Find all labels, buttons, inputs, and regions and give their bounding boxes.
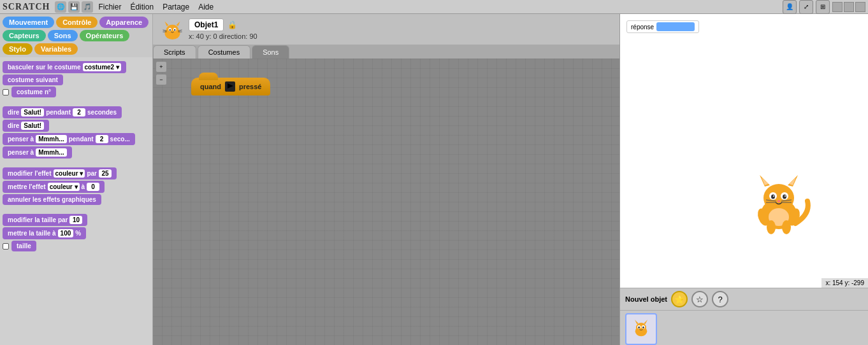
sprite-item-objet1[interactable]: Objet1 (625, 313, 657, 345)
block-basculer[interactable]: basculer sur le costume costume2 ▾ (3, 61, 126, 73)
cat-mini-svg (158, 17, 187, 45)
svg-point-6 (170, 29, 171, 31)
tab-stylo[interactable]: Stylo (3, 43, 33, 55)
block-row: dire Salut! (3, 120, 150, 132)
globe-icon[interactable]: 🌐 (55, 1, 66, 13)
cat-stage (741, 166, 817, 250)
menu-edition[interactable]: Édition (130, 3, 154, 11)
tab-costumes[interactable]: Costumes (198, 45, 251, 59)
block-costume-num[interactable]: costume n° (11, 87, 56, 97)
taille-val2[interactable]: 100 (58, 229, 74, 237)
svg-point-33 (767, 220, 776, 234)
block-dire[interactable]: dire Salut! (3, 120, 49, 132)
cat-stage-svg (741, 166, 817, 243)
block-mettre-taille[interactable]: mettre la taille à 100 % (3, 227, 86, 239)
block-label: seco... (110, 136, 130, 143)
upload-new-btn[interactable]: ☆ (691, 291, 708, 307)
svg-point-21 (771, 195, 775, 199)
block-label: à (82, 183, 85, 190)
stage-area: réponse (620, 14, 868, 288)
sprites-area: Objet1 (620, 311, 868, 345)
block-row: mettre la taille à 100 % (3, 227, 150, 239)
penser2-input[interactable]: Mmmh... (36, 148, 67, 157)
block-row: costume suivant (3, 74, 150, 85)
script-canvas[interactable]: + − quand pressé (153, 59, 619, 345)
object-name-box[interactable]: Objet1 (189, 18, 224, 31)
block-label: modifier l'effet (8, 170, 52, 177)
block-label: annuler les effets graphiques (8, 196, 96, 203)
scroll-up[interactable]: + (156, 61, 167, 73)
effet-dropdown1[interactable]: couleur ▾ (54, 169, 85, 178)
block-label: pendant (46, 109, 71, 116)
dire2-input[interactable]: Salut! (21, 122, 44, 130)
right-panel: réponse (619, 14, 868, 345)
win-min[interactable] (832, 2, 843, 12)
menu-fichier[interactable]: Fichier (98, 3, 121, 11)
tab-variables[interactable]: Variables (34, 43, 78, 55)
block-label: secondes (87, 109, 117, 116)
taille-val1[interactable]: 10 (69, 216, 82, 224)
dire-input2[interactable]: 2 (73, 108, 85, 116)
block-penser[interactable]: penser à Mmmh... (3, 146, 72, 158)
block-annuler-effets[interactable]: annuler les effets graphiques (3, 194, 101, 205)
block-label: mettre la taille à (8, 230, 56, 237)
block-costume-suivant[interactable]: costume suivant (3, 74, 63, 85)
penser-input1[interactable]: Mmmh... (36, 135, 67, 143)
checkbox-costume[interactable] (3, 89, 9, 95)
svg-marker-37 (635, 320, 639, 324)
fullscreen-icon[interactable]: ⊞ (816, 0, 830, 14)
checkbox-taille[interactable] (3, 243, 9, 250)
block-label: penser à (8, 136, 34, 143)
object-coords: x: 40 y: 0 direction: 90 (189, 32, 257, 40)
audio-icon[interactable]: 🎵 (82, 1, 93, 13)
tab-sons-script[interactable]: Sons (252, 45, 289, 59)
block-taille[interactable]: taille (11, 241, 36, 251)
block-penser-pendant[interactable]: penser à Mmmh... pendant 2 seco... (3, 133, 135, 145)
block-row: costume n° (3, 87, 150, 97)
tab-mouvement[interactable]: Mouvement (3, 17, 54, 28)
tab-apparence[interactable]: Apparence (99, 17, 148, 28)
effet-val2[interactable]: 0 (87, 183, 99, 191)
tab-operateurs[interactable]: Opérateurs (80, 30, 130, 41)
dire-input1[interactable]: Salut! (21, 108, 44, 116)
save-icon[interactable]: 💾 (68, 1, 80, 13)
tab-capteurs[interactable]: Capteurs (3, 30, 46, 41)
tab-controle[interactable]: Contrôle (56, 17, 98, 28)
block-mettre-effet[interactable]: mettre l'effet couleur ▾ à 0 (3, 181, 105, 193)
svg-point-14 (763, 184, 794, 212)
block-modifier-effet[interactable]: modifier l'effet couleur ▾ par 25 (3, 167, 117, 180)
when-label: quand (200, 83, 221, 90)
hat-block-when-flag[interactable]: quand pressé (191, 78, 270, 95)
svg-point-42 (642, 327, 644, 328)
svg-point-23 (773, 195, 774, 197)
win-max[interactable] (844, 2, 854, 12)
response-input[interactable] (656, 22, 695, 31)
coords-bar: x: 154 y: -299 (821, 278, 868, 288)
block-dire-pendant[interactable]: dire Salut! pendant 2 secondes (3, 106, 122, 118)
tab-sons[interactable]: Sons (48, 30, 78, 41)
costume-dropdown[interactable]: costume2 ▾ (83, 63, 121, 71)
window-controls (832, 2, 865, 12)
effet-val1[interactable]: 25 (99, 169, 112, 178)
user-icon[interactable]: 👤 (783, 0, 797, 14)
effet-dropdown2[interactable]: couleur ▾ (48, 183, 80, 191)
block-modifier-taille[interactable]: modifier la taille par 10 (3, 214, 87, 226)
camera-new-btn[interactable]: ? (712, 291, 728, 307)
block-row: taille (3, 241, 150, 251)
menu-partage[interactable]: Partage (163, 3, 189, 11)
block-row: mettre l'effet couleur ▾ à 0 (3, 181, 150, 193)
tab-scripts[interactable]: Scripts (153, 45, 196, 59)
sidebar-tabs: Mouvement Contrôle Apparence Capteurs So… (0, 14, 152, 57)
zoom-icon[interactable]: ⤢ (799, 0, 813, 14)
block-label: penser à (8, 149, 34, 156)
paint-new-btn[interactable]: ⭐ (671, 291, 688, 307)
svg-point-34 (782, 220, 791, 234)
win-close[interactable] (855, 2, 865, 12)
penser-input2[interactable]: 2 (96, 135, 108, 143)
blocks-area: basculer sur le costume costume2 ▾ costu… (0, 57, 152, 345)
svg-marker-38 (644, 320, 647, 324)
svg-marker-2 (165, 22, 169, 27)
menu-aide[interactable]: Aide (198, 3, 213, 11)
scroll-down[interactable]: − (156, 74, 167, 85)
block-label: modifier la taille par (8, 216, 68, 223)
